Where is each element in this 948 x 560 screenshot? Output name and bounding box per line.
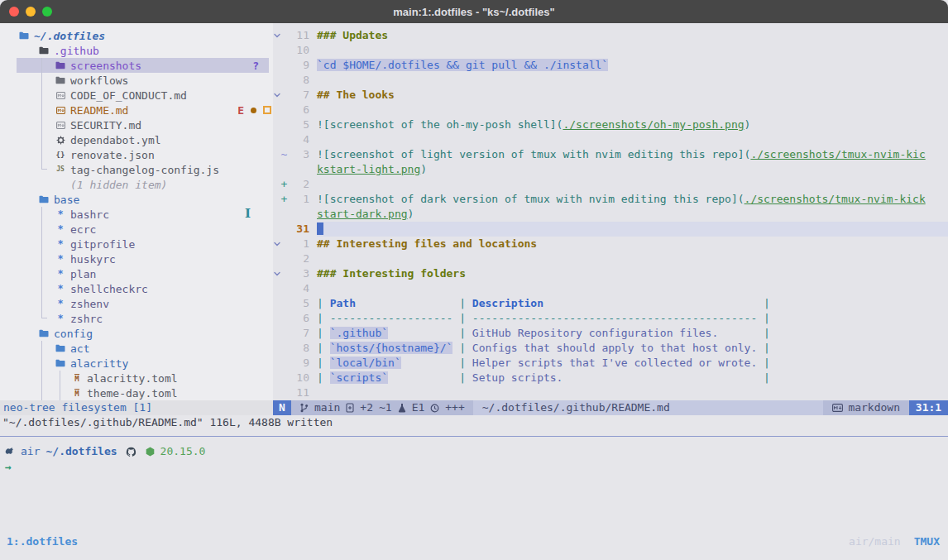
editor-line[interactable]: +2 <box>273 177 948 192</box>
md-code-segment: `scripts` <box>330 371 388 384</box>
editor-line[interactable]: 10| `scripts` | Setup scripts. | <box>273 371 948 385</box>
tree-item-label: huskyrc <box>70 253 116 266</box>
sign-column <box>280 266 288 281</box>
editor-line[interactable]: 10 <box>273 43 948 58</box>
fold-column <box>273 371 280 385</box>
git-unstaged-mark <box>263 106 271 114</box>
editor-line[interactable]: 9| `local/bin` | Helper scripts that I'v… <box>273 356 948 371</box>
tree-item-label: tag-changelog-config.js <box>70 164 219 176</box>
editor-line-text: ## The looks <box>317 88 395 103</box>
editor-line[interactable]: 1## Interesting files and locations <box>273 237 948 251</box>
editor-line-text <box>317 222 948 237</box>
toml-icon: M <box>71 374 83 383</box>
folder-icon <box>55 61 66 69</box>
line-number: 6 <box>288 103 309 117</box>
star-icon: * <box>55 254 66 264</box>
tree-item--.dotfiles[interactable]: ~/.dotfiles <box>0 28 273 43</box>
tree-item-.github[interactable]: .github <box>0 43 273 58</box>
editor-line[interactable]: kstart-light.png) <box>273 162 948 177</box>
line-number: 10 <box>288 43 309 58</box>
md-desc-segment: Helper scripts that I've collected or wr… <box>472 357 757 369</box>
editor-line[interactable]: 7## The looks <box>273 88 948 103</box>
tmux-window-name[interactable]: 1:.dotfiles <box>7 534 78 549</box>
sign-column <box>280 237 288 251</box>
editor-line[interactable]: 4 <box>273 281 948 296</box>
fold-column <box>273 385 280 400</box>
line-number: 9 <box>288 58 309 73</box>
tree-item-label: base <box>54 194 79 206</box>
line-number: 5 <box>288 296 309 311</box>
editor-line[interactable]: 9`cd $HOME/.dotfiles && git pull && ./in… <box>273 58 948 73</box>
gear-icon <box>55 136 66 145</box>
node-icon <box>146 447 155 457</box>
tree-item-label: plan <box>70 268 96 280</box>
md-text-segment: ) <box>745 118 751 131</box>
fold-column <box>273 222 280 237</box>
tree-item-label: alacritty <box>70 357 128 370</box>
tree-item-label: ecrc <box>70 223 96 236</box>
folder-icon <box>38 195 50 203</box>
tmux-pane-border[interactable] <box>0 436 948 437</box>
md-desc-segment: Configs that should apply to that host o… <box>472 342 757 354</box>
statusline-filepath: ~/.dotfiles/.github/README.md <box>473 400 824 415</box>
editor-line[interactable]: 3### Interesting folders <box>273 266 948 281</box>
braces-icon: {} <box>55 151 66 159</box>
md-text-segment: ![screenshot of light version of tmux wi… <box>317 148 750 160</box>
md-plain-segment <box>543 297 764 309</box>
editor-line[interactable]: 6| ------------------- | ---------------… <box>273 311 948 326</box>
editor-line-text: | `scripts` | Setup scripts. | <box>317 371 770 385</box>
editor-line[interactable]: +1![screenshot of dark version of tmux w… <box>273 192 948 207</box>
tree-item-config[interactable]: config <box>0 326 273 341</box>
folder-icon <box>38 329 50 337</box>
fold-chevron-icon[interactable] <box>273 88 280 103</box>
close-button[interactable] <box>9 7 19 17</box>
modified-dot-mark <box>251 108 256 113</box>
editor-line[interactable]: start-dark.png) <box>273 207 948 222</box>
prompt-cwd: ~/.dotfiles <box>45 444 117 459</box>
tree-item--1-hidden-item-[interactable]: (1 hidden item) <box>0 177 273 192</box>
line-number: 9 <box>288 356 309 371</box>
fold-column <box>273 356 280 371</box>
tree-item-label: theme-day.toml <box>87 387 178 400</box>
fold-chevron-icon[interactable] <box>273 28 280 43</box>
tree-item-label: bashrc <box>70 208 109 221</box>
editor-line[interactable]: 4 <box>273 132 948 147</box>
editor-line[interactable]: 7| `.github` | GitHub Repository configu… <box>273 326 948 341</box>
mode-indicator: N <box>273 400 291 415</box>
fold-column <box>273 162 280 177</box>
editor-line-text: ### Interesting folders <box>317 266 466 281</box>
editor-line[interactable]: 5| Path | Description | <box>273 296 948 311</box>
line-number: 3 <box>288 147 309 162</box>
editor-line[interactable]: ~3![screenshot of light version of tmux … <box>273 147 948 162</box>
zoom-button[interactable] <box>42 7 52 17</box>
gitsigns-change-sign: ~ <box>280 147 288 162</box>
md-h3-segment: ### Interesting folders <box>317 267 466 280</box>
editor-line[interactable]: 8| `hosts/{hostname}/` | Configs that sh… <box>273 341 948 356</box>
sign-column <box>280 251 288 266</box>
md-plain-segment <box>757 357 764 369</box>
tree-item-label: README.md <box>70 104 128 117</box>
gutter-gap <box>309 58 317 73</box>
editor-line[interactable]: 31 <box>273 222 948 237</box>
minimize-button[interactable] <box>26 7 36 17</box>
fold-column <box>273 73 280 88</box>
statusline-filetype-section: markdown <box>823 400 909 415</box>
fold-chevron-icon[interactable] <box>273 237 280 251</box>
editor-line[interactable]: 11 <box>273 385 948 400</box>
md-plain-segment <box>356 297 459 309</box>
editor-line[interactable]: 8 <box>273 73 948 88</box>
fold-column <box>273 326 280 341</box>
line-number: 4 <box>288 281 309 296</box>
fold-chevron-icon[interactable] <box>273 266 280 281</box>
md-link-segment: kstart-light.png <box>317 163 420 175</box>
line-number: 6 <box>288 311 309 326</box>
prompt-arrow[interactable]: → <box>5 460 12 475</box>
editor-line[interactable]: 2 <box>273 251 948 266</box>
editor-line[interactable]: 6 <box>273 103 948 117</box>
line-number: 31 <box>288 222 309 237</box>
editor-line[interactable]: 5![screenshot of the oh-my-posh shell](.… <box>273 117 948 132</box>
editor-line[interactable]: 11### Updates <box>273 28 948 43</box>
tree-item-base[interactable]: base <box>0 192 273 207</box>
apple-icon <box>5 447 15 457</box>
markdown-file-icon <box>55 107 66 114</box>
